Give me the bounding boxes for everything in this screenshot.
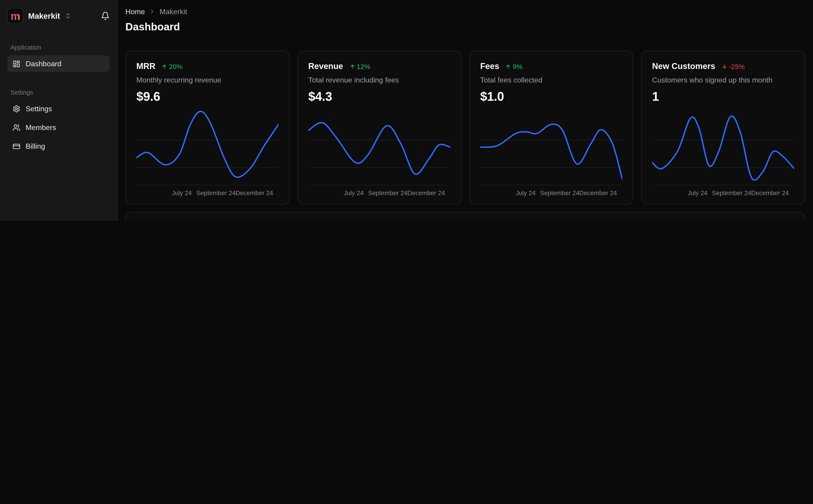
main-content: Home Makerkit Dashboard MRR 20% Monthly … bbox=[117, 0, 813, 221]
arrow-up-icon bbox=[349, 64, 355, 69]
page-title: Dashboard bbox=[125, 20, 805, 33]
sparkline-axis-labels: July 24 September 24 December 24 bbox=[652, 190, 794, 198]
sparkline-axis-labels: July 24 September 24 December 24 bbox=[480, 190, 622, 198]
stat-value: $4.3 bbox=[308, 90, 450, 104]
stat-title: Fees bbox=[480, 62, 499, 71]
workspace-name: Makerkit bbox=[28, 11, 60, 20]
section-label-settings: Settings bbox=[11, 89, 110, 96]
breadcrumb-current: Makerkit bbox=[159, 7, 187, 16]
sidebar-item-members[interactable]: Members bbox=[7, 119, 110, 136]
stat-description: Total fees collected bbox=[480, 76, 622, 84]
stat-description: Total revenue including fees bbox=[308, 76, 450, 84]
visitors-card: Visitors Showing total visitors for the … bbox=[125, 212, 805, 220]
new-customers-sparkline-chart bbox=[652, 109, 794, 186]
bell-icon[interactable] bbox=[101, 11, 110, 20]
stat-description: Monthly recurring revenue bbox=[136, 76, 278, 84]
stat-title: Revenue bbox=[308, 62, 343, 71]
trend-badge: 9% bbox=[505, 63, 522, 70]
stat-card-revenue: Revenue 12% Total revenue including fees… bbox=[297, 51, 461, 205]
sparkline-axis-labels: July 24 September 24 December 24 bbox=[308, 190, 450, 198]
stat-description: Customers who signed up this month bbox=[652, 76, 794, 84]
stat-card-fees: Fees 9% Total fees collected $1.0 July 2… bbox=[469, 51, 633, 205]
breadcrumb: Home Makerkit bbox=[125, 7, 805, 16]
stat-cards-row: MRR 20% Monthly recurring revenue $9.6 J… bbox=[125, 51, 805, 205]
arrow-down-icon bbox=[722, 64, 727, 69]
sidebar-item-label: Members bbox=[26, 123, 56, 132]
trend-badge: 20% bbox=[162, 63, 182, 70]
arrow-up-icon bbox=[162, 64, 167, 69]
sidebar-item-settings[interactable]: Settings bbox=[7, 100, 110, 117]
credit-card-icon bbox=[13, 142, 20, 150]
sidebar-item-label: Dashboard bbox=[26, 59, 61, 68]
chevron-right-icon bbox=[149, 8, 155, 15]
breadcrumb-home-link[interactable]: Home bbox=[125, 7, 145, 16]
arrow-up-icon bbox=[505, 64, 511, 69]
trend-badge: -25% bbox=[722, 63, 745, 70]
dashboard-icon bbox=[13, 60, 20, 68]
stat-title: MRR bbox=[136, 62, 155, 71]
chevrons-up-down-icon bbox=[65, 12, 72, 19]
fees-sparkline-chart bbox=[480, 109, 622, 186]
makerkit-logo: m bbox=[7, 8, 24, 24]
sidebar-item-label: Settings bbox=[26, 104, 52, 113]
stat-value: 1 bbox=[652, 90, 794, 104]
sidebar-item-dashboard[interactable]: Dashboard bbox=[7, 55, 110, 72]
mrr-sparkline-chart bbox=[136, 109, 278, 186]
section-label-application: Application bbox=[11, 44, 110, 51]
sparkline-axis-labels: July 24 September 24 December 24 bbox=[136, 190, 278, 198]
stat-value: $1.0 bbox=[480, 90, 622, 104]
sidebar: m Makerkit Application Dashboard Setting… bbox=[0, 0, 117, 221]
sidebar-item-billing[interactable]: Billing bbox=[7, 138, 110, 154]
users-icon bbox=[13, 123, 20, 131]
revenue-sparkline-chart bbox=[308, 109, 450, 186]
sidebar-item-label: Billing bbox=[26, 142, 45, 150]
app-window: m Makerkit Application Dashboard Setting… bbox=[0, 0, 813, 221]
workspace-switcher[interactable]: m Makerkit bbox=[7, 6, 110, 25]
trend-badge: 12% bbox=[349, 63, 370, 70]
stat-card-new-customers: New Customers -25% Customers who signed … bbox=[641, 51, 805, 205]
stat-value: $9.6 bbox=[136, 90, 278, 104]
stat-card-mrr: MRR 20% Monthly recurring revenue $9.6 J… bbox=[125, 51, 289, 205]
stat-title: New Customers bbox=[652, 62, 715, 71]
gear-icon bbox=[13, 105, 20, 112]
